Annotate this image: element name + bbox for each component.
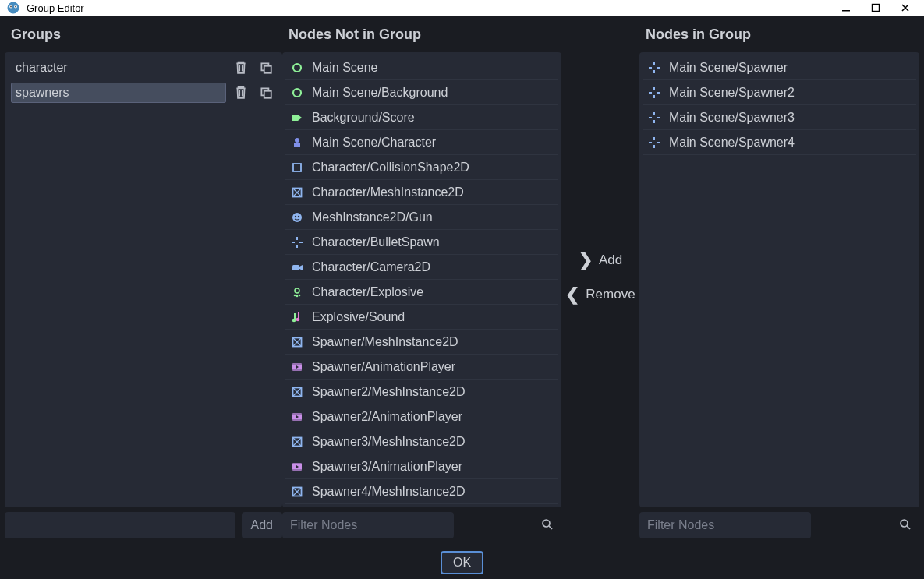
svg-rect-45 [653,70,655,73]
node-label: Spawner2/MeshInstance2D [312,385,466,399]
copy-group-icon[interactable] [256,83,276,103]
svg-rect-5 [842,10,850,12]
node-row[interactable]: Spawner4/MeshInstance2D [285,479,558,504]
add-group-button[interactable]: Add [242,512,282,538]
svg-point-27 [299,294,301,296]
node-row[interactable]: Main Scene/Spawner [643,55,916,80]
svg-rect-51 [657,92,660,94]
svg-rect-57 [653,145,655,148]
filter-not-in-input[interactable] [282,512,454,538]
node-row[interactable]: Main Scene/Character [285,130,558,155]
node-row[interactable]: Main Scene/Spawner2 [643,80,916,105]
group-name[interactable]: character [11,58,226,78]
svg-rect-6 [873,5,880,12]
groups-header: Groups [5,16,282,52]
svg-rect-40 [292,463,302,464]
position2d-icon [647,61,661,75]
node-label: Main Scene/Spawner2 [669,86,795,100]
filter-in-input[interactable] [639,512,811,538]
maximize-button[interactable] [868,0,883,16]
node-row[interactable]: Character/MeshInstance2D [285,180,558,205]
svg-rect-56 [653,137,655,140]
node-label: Background/Score [312,111,415,125]
node-row[interactable]: Spawner2/AnimationPlayer [285,404,558,429]
node-label: Spawner4/MeshInstance2D [312,485,466,499]
node2d-icon [290,61,304,75]
node-row[interactable]: Character/Camera2D [285,255,558,280]
audio-icon [290,310,304,324]
position2d-icon [647,111,661,125]
svg-rect-58 [649,142,652,143]
svg-point-11 [293,64,301,72]
sprite-icon [290,210,304,224]
groups-list: characterspawners [5,52,282,507]
copy-group-icon[interactable] [256,58,276,78]
node-label: Main Scene/Background [312,86,448,100]
position2d-icon [290,235,304,249]
node-row[interactable]: Background/Score [285,105,558,130]
node-row[interactable]: Spawner3/MeshInstance2D [285,429,558,454]
chevron-right-icon: ❯ [579,250,593,270]
svg-rect-50 [649,92,652,94]
svg-rect-44 [653,62,655,65]
svg-rect-53 [653,120,655,123]
node-label: Spawner/AnimationPlayer [312,360,455,374]
node-label: Spawner3/AnimationPlayer [312,460,462,474]
svg-rect-47 [657,67,660,69]
node-row[interactable]: Explosive/Sound [285,305,558,330]
nodes-not-in-list: Main SceneMain Scene/BackgroundBackgroun… [282,52,561,507]
group-row[interactable]: spawners [8,80,279,105]
svg-rect-21 [292,242,295,243]
svg-rect-59 [657,142,660,143]
node-row[interactable]: Spawner3/AnimationPlayer [285,454,558,479]
node-label: Character/BulletSpawn [312,235,440,249]
new-group-input[interactable] [5,512,235,538]
ok-button[interactable]: OK [441,551,483,574]
particles-icon [290,285,304,299]
node2d-icon [290,86,304,100]
svg-point-25 [294,294,296,296]
mesh-icon [290,335,304,349]
delete-group-icon[interactable] [231,58,251,78]
node-label: Main Scene/Character [312,136,436,150]
node-row[interactable]: Character/BulletSpawn [285,230,558,255]
node-row[interactable]: Spawner/MeshInstance2D [285,330,558,355]
node-row[interactable]: Main Scene/Spawner3 [643,105,916,130]
remove-from-group-button[interactable]: ❮Remove [565,284,635,305]
svg-point-60 [901,520,908,527]
svg-point-24 [295,288,299,293]
mesh-icon [290,435,304,449]
node-row[interactable]: Main Scene [285,55,558,80]
delete-group-icon[interactable] [231,83,251,103]
svg-rect-37 [292,419,302,421]
svg-point-12 [293,89,301,97]
node-label: Main Scene/Spawner3 [669,111,795,125]
node-row[interactable]: Character/Explosive [285,280,558,305]
node-row[interactable]: Main Scene/Background [285,80,558,105]
group-row[interactable]: character [8,55,279,80]
group-name[interactable]: spawners [11,83,226,103]
mesh-icon [290,185,304,199]
node-row[interactable]: Character/CollisionShape2D [285,155,558,180]
svg-rect-49 [653,95,655,98]
chevron-left-icon: ❮ [565,284,579,305]
node-label: Main Scene/Spawner4 [669,136,795,150]
node-label: Explosive/Sound [312,310,405,324]
in-group-header: Nodes in Group [639,16,919,52]
svg-point-18 [298,215,299,217]
node-label: Character/MeshInstance2D [312,185,464,199]
position2d-icon [647,86,661,100]
position2d-icon [647,136,661,150]
svg-rect-23 [292,265,299,270]
node-row[interactable]: Spawner/AnimationPlayer [285,355,558,380]
node-label: Character/Camera2D [312,260,430,274]
node-label: Spawner/MeshInstance2D [312,335,458,349]
collision-icon [290,161,304,175]
node-row[interactable]: Main Scene/Spawner4 [643,130,916,155]
window-title: Group Editor [27,2,838,14]
minimize-button[interactable] [838,0,854,16]
close-button[interactable] [897,0,913,16]
node-row[interactable]: MeshInstance2D/Gun [285,205,558,230]
node-row[interactable]: Spawner2/MeshInstance2D [285,380,558,404]
add-to-group-button[interactable]: ❯Add [579,250,622,270]
